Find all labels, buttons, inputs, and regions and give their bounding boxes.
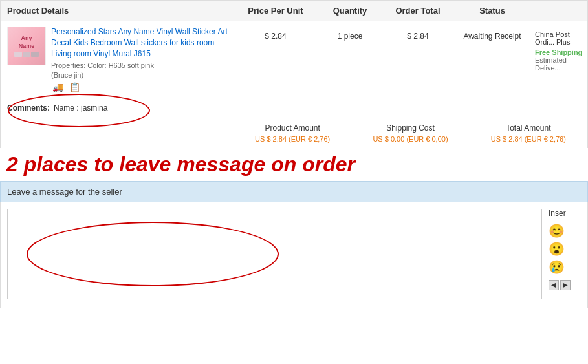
col-header-price: Price Per Unit — [234, 6, 318, 16]
product-details: AnyName Personalized Stars Any Name Viny… — [1, 27, 234, 92]
shipping-cost-label: Shipping Cost — [351, 123, 469, 133]
message-sidebar: Inser 😊 😮 😢 ◀ ▶ — [549, 209, 581, 301]
nav-arrows: ◀ ▶ — [549, 280, 581, 290]
emoji-1[interactable]: 😊 — [549, 223, 581, 239]
shipping-cost-value: US $ 0.00 (EUR € 0,00) — [351, 135, 469, 143]
product-properties: Properties: Color: H635 soft pink — [51, 61, 234, 69]
free-shipping-badge: Free Shipping — [535, 48, 583, 56]
note-icon[interactable]: 📋 — [68, 82, 81, 92]
total-col-amount: Total Amount US $ 2.84 (EUR € 2,76) — [470, 123, 587, 143]
leave-message-body: Inser 😊 😮 😢 ◀ ▶ — [0, 202, 588, 308]
nav-arrow-left[interactable]: ◀ — [549, 280, 559, 290]
col-header-qty: Quantity — [318, 6, 382, 16]
product-info: Personalized Stars Any Name Vinyl Wall S… — [51, 27, 234, 92]
leave-message-header: Leave a message for the seller — [0, 181, 588, 202]
col-header-product: Product Details — [1, 6, 234, 16]
truck-icon[interactable]: 🚚 — [51, 82, 64, 92]
product-shipping-info: China Post Ordi... Plus Free Shipping Es… — [531, 27, 587, 72]
product-quantity: 1 piece — [318, 27, 382, 41]
product-image-inner: AnyName — [8, 27, 45, 65]
total-amount-label: Total Amount — [470, 123, 587, 133]
total-col-shipping: Shipping Cost US $ 0.00 (EUR € 0,00) — [351, 123, 469, 143]
product-image: AnyName — [7, 27, 46, 65]
comments-row: Comments: Name : jasmina — [0, 98, 588, 118]
product-row: AnyName Personalized Stars Any Name Viny… — [0, 21, 588, 98]
annotation-text: 2 places to leave message on order — [6, 152, 582, 177]
message-textarea[interactable] — [7, 209, 542, 299]
col-header-extra — [531, 6, 587, 16]
table-header: Product Details Price Per Unit Quantity … — [0, 0, 588, 21]
total-col-product: Product Amount US $ 2.84 (EUR € 2,76) — [234, 123, 351, 143]
product-status: Awaiting Receipt — [453, 27, 531, 41]
product-price: $ 2.84 — [234, 27, 318, 41]
totals-row: Product Amount US $ 2.84 (EUR € 2,76) Sh… — [0, 118, 588, 148]
message-textarea-wrap — [7, 209, 542, 301]
comments-label: Comments: — [7, 103, 50, 112]
shipping-method: China Post Ordi... Plus — [535, 30, 583, 46]
product-buyer-name: (Bruce jin) — [51, 71, 234, 79]
nav-arrow-right[interactable]: ▶ — [560, 280, 571, 290]
col-header-total: Order Total — [382, 6, 453, 16]
product-amount-label: Product Amount — [234, 123, 351, 133]
comments-value: Name : jasmina — [54, 103, 107, 112]
totals-spacer — [1, 123, 234, 143]
emoji-2[interactable]: 😮 — [549, 241, 581, 257]
product-icons: 🚚 📋 — [51, 82, 234, 92]
product-order-total: $ 2.84 — [382, 27, 453, 41]
emoji-3[interactable]: 😢 — [549, 259, 581, 275]
total-amount-value: US $ 2.84 (EUR € 2,76) — [470, 135, 587, 143]
totals-labels: Product Amount US $ 2.84 (EUR € 2,76) Sh… — [234, 123, 587, 143]
product-title[interactable]: Personalized Stars Any Name Vinyl Wall S… — [51, 27, 234, 59]
estimated-delivery: Estimated Delive... — [535, 56, 583, 72]
annotation-row: 2 places to leave message on order — [0, 148, 588, 180]
col-header-status: Status — [453, 6, 531, 16]
insert-label: Inser — [549, 209, 581, 218]
product-amount-value: US $ 2.84 (EUR € 2,76) — [234, 135, 351, 143]
